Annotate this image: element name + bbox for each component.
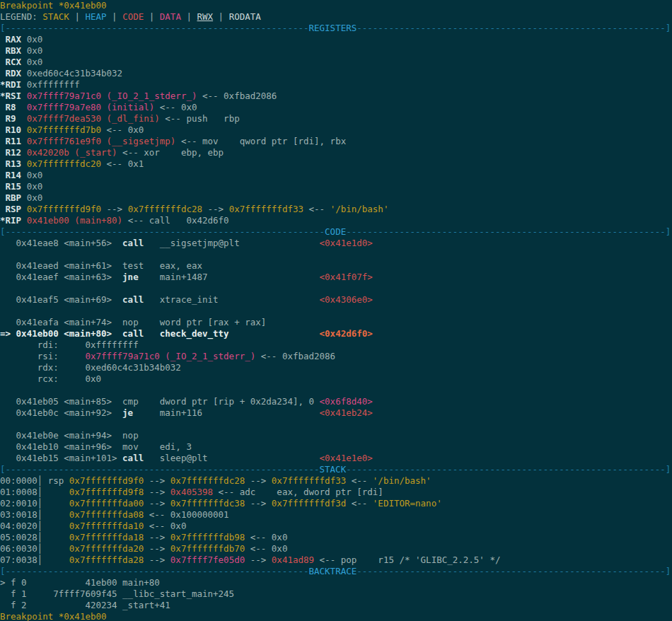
register-row-r12: R12 0x42020b (_start) <-- xor ebp, ebp (0, 147, 672, 158)
blank-line (0, 306, 672, 317)
stack-row: 04:0020│ 0x7fffffffda10 <-- 0x0 (0, 521, 672, 532)
blank-line (0, 419, 672, 430)
text-segment: 0x7ffff761e9f0 (__sigsetjmp) (27, 136, 176, 146)
text-segment: R11 (0, 136, 27, 146)
text-segment: 0x7fffffffda00 (69, 498, 144, 509)
text-segment: __sigsetjmp@plt (160, 238, 320, 248)
blank-line (0, 385, 672, 396)
text-segment: HEAP (85, 11, 106, 22)
text-segment: 0x7ffff79a71c0 (_IO_2_1_stderr_) (27, 91, 197, 101)
text-segment: 07:0038│ (0, 555, 69, 565)
text-segment: R15 (0, 181, 27, 192)
text-segment: mov (122, 441, 160, 452)
text-segment: eax, eax (160, 260, 202, 271)
text-segment: | (213, 11, 229, 22)
text-segment: call (122, 294, 160, 305)
stack-row: 00:0000│ rsp 0x7fffffffd9f0 --> 0x7fffff… (0, 475, 672, 487)
register-row-r9: R9 0x7ffff7dea530 (_dl_fini) <-- push rb… (0, 113, 672, 124)
text-segment: --> (202, 204, 229, 214)
register-row-r10: R10 0x7fffffffd7b0 <-- 0x0 (0, 124, 672, 136)
disasm-row: 0x41eaef <main+63> jne main+1487 <0x41f0… (0, 272, 672, 283)
text-segment: > f 0 41eb00 main+80 (0, 577, 160, 588)
text-segment: 0x7fffffffda08 (69, 509, 144, 520)
text-segment: | (181, 11, 197, 22)
text-segment: STACK (42, 11, 69, 22)
disasm-row: 0x41eb0c <main+92> je main+116 <0x41eb24… (0, 407, 672, 419)
text-segment: nop (122, 430, 139, 441)
text-segment: <-- (303, 204, 330, 214)
text-segment: jne (122, 272, 160, 282)
text-segment: | (144, 11, 160, 22)
text-segment: main+116 (160, 407, 320, 418)
text-segment: 0x7fffffffda18 (69, 532, 144, 542)
text-segment: 0x0 (27, 192, 43, 203)
text-segment: --> (245, 498, 272, 509)
register-row-r13: R13 0x7fffffffdc20 <-- 0x1 (0, 158, 672, 170)
stack-row: 03:0018│ 0x7fffffffda08 <-- 0x100000001 (0, 509, 672, 521)
text-segment: 0x7fffffffd9f8 (69, 487, 144, 497)
stack-row: 06:0030│ 0x7fffffffda20 --> 0x7fffffffdb… (0, 543, 672, 555)
text-segment: <-- push rbp (160, 113, 240, 124)
register-row-rsi: *RSI 0x7ffff79a71c0 (_IO_2_1_stderr_) <-… (0, 91, 672, 102)
divider-dashes: [---------------------------------------… (0, 566, 309, 576)
breakpoint-message-top: Breakpoint *0x41eb00 (0, 0, 672, 11)
call-arg-row: rdx: 0xed60c4c31b34b032 (0, 362, 672, 373)
text-segment: 0x405398 (170, 487, 213, 497)
text-segment: f 1 7ffff7609f45 __libc_start_main+245 (0, 588, 234, 599)
text-segment: <0x41e1d0> (320, 238, 373, 248)
backtrace-row: > f 0 41eb00 main+80 (0, 577, 672, 588)
text-segment: R9 (0, 113, 27, 124)
text-segment: <-- (346, 498, 373, 509)
disasm-row: 0x41eaf5 <main+69> call xtrace_init <0x4… (0, 294, 672, 306)
register-row-r15: R15 0x0 (0, 181, 672, 192)
text-segment: 0x7ffff79a71c0 (_IO_2_1_stderr_) (85, 351, 255, 361)
text-segment: 0x7fffffffdc20 (27, 158, 101, 169)
legend-line: LEGEND: STACK | HEAP | CODE | DATA | RWX… (0, 11, 672, 23)
text-segment: 0x7fffffffdc28 (128, 204, 202, 214)
text-segment: main+1487 (160, 272, 320, 282)
text-segment: R12 (0, 147, 27, 158)
disasm-row: 0x41eb05 <main+85> cmp dword ptr [rip + … (0, 396, 672, 407)
text-segment: <-- 0x0 (101, 124, 144, 135)
text-segment: <-- (346, 475, 373, 486)
text-segment: 0x41eaed <main+61> (0, 260, 122, 271)
text-segment: 0x41eb15 <main+101> (0, 453, 122, 463)
text-segment: => (0, 328, 16, 339)
backtrace-row: f 2 420234 _start+41 (0, 600, 672, 611)
text-segment: 0x7fffffffdc28 (170, 475, 245, 486)
divider-code: [---------------------------------------… (0, 226, 672, 238)
disasm-row: 0x41eaed <main+61> test eax, eax (0, 260, 672, 272)
divider-dashes: ----------------------------------------… (346, 226, 671, 237)
text-segment: word ptr [rax + rax] (160, 317, 267, 327)
text-segment: f 2 420234 _start+41 (0, 600, 170, 610)
stack-row: 02:0010│ 0x7fffffffda00 --> 0x7fffffffdc… (0, 498, 672, 509)
breakpoint-message-bottom: Breakpoint *0x41eb00 (0, 611, 672, 621)
divider-stack: [---------------------------------------… (0, 464, 672, 475)
register-row-rip: *RIP 0x41eb00 (main+80) <-- call 0x42d6f… (0, 215, 672, 226)
divider-dashes: [---------------------------------------… (0, 464, 320, 475)
text-segment: <-- adc eax, dword ptr [rdi] (213, 487, 383, 497)
text-segment: <0x41e1e0> (320, 453, 373, 463)
text-segment: --> (245, 555, 272, 565)
text-segment: call (122, 238, 160, 248)
pwndbg-terminal-window[interactable]: Breakpoint *0x41eb00LEGEND: STACK | HEAP… (0, 0, 672, 621)
call-arg-row: rdi: 0xffffffff (0, 339, 672, 351)
text-segment: <0x6f8d40> (320, 396, 373, 407)
text-segment: nop (122, 317, 160, 327)
text-segment: 0x7fffffffdc38 (170, 498, 245, 509)
text-segment: 0x7fffffffdf3d (272, 498, 346, 509)
text-segment: '/bin/bash' (330, 204, 389, 214)
text-segment: --> (144, 498, 170, 509)
text-segment: <-- 0x0 (245, 543, 287, 554)
text-segment: 0x7fffffffdf33 (272, 475, 346, 486)
text-segment: check_dev_tty (160, 328, 320, 339)
divider-registers: [---------------------------------------… (0, 23, 672, 34)
text-segment: --> (144, 487, 170, 497)
text-segment: 0x7fffffffd9f0 (69, 475, 144, 486)
divider-dashes: [---------------------------------------… (0, 226, 325, 237)
text-segment: 05:0028│ (0, 532, 69, 542)
text-segment: 0x0 (27, 34, 43, 45)
disasm-row: 0x41eafa <main+74> nop word ptr [rax + r… (0, 317, 672, 328)
text-segment: rdi: 0xffffffff (0, 339, 139, 350)
text-segment: | (107, 11, 123, 22)
